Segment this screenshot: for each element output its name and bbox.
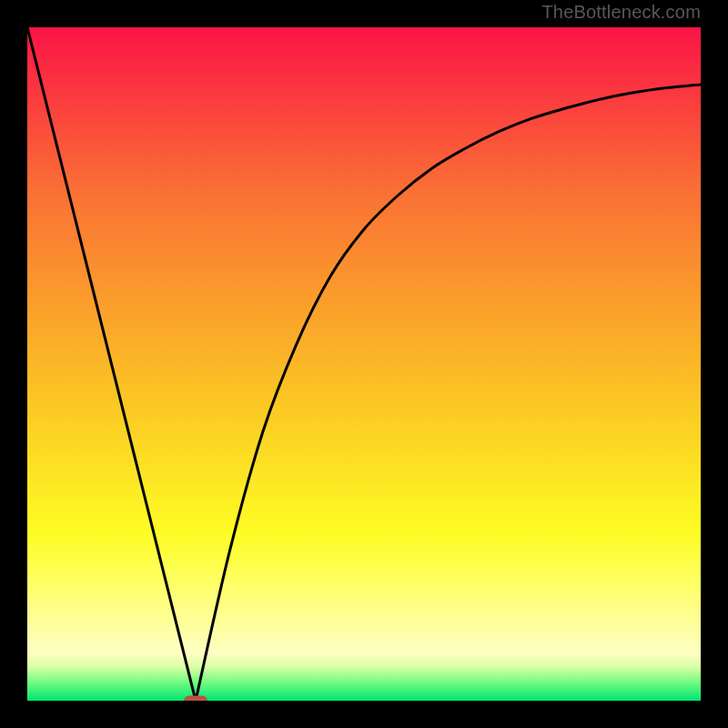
minimum-marker [184, 695, 207, 701]
chart-container [27, 27, 701, 701]
watermark-text: TheBottleneck.com [541, 2, 701, 23]
bottleneck-chart [27, 27, 701, 701]
chart-background [27, 27, 701, 701]
